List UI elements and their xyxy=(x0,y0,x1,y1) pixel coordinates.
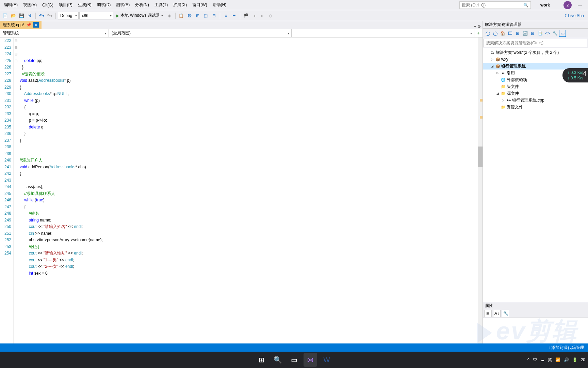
menu-tools[interactable]: 工具(T) xyxy=(152,1,170,9)
add-button[interactable]: + xyxy=(474,29,483,37)
alphabetical-icon[interactable]: A↓ xyxy=(493,310,501,317)
source-control-label[interactable]: ↑ 添加到源代码管理 xyxy=(548,345,584,351)
solution-tree[interactable]: 🗂 解决方案"work"(2 个项目，共 2 个) ▷📦wxy◢📦银行管理系统▷… xyxy=(483,48,588,302)
back-icon[interactable]: ◯ xyxy=(484,30,491,37)
visual-studio-icon[interactable]: ⋈ xyxy=(304,353,317,367)
tab-overflow-icon[interactable]: ▾ xyxy=(474,24,476,29)
nav-scope-combo[interactable]: (全局范围) xyxy=(109,29,292,37)
global-search[interactable]: 🔍 xyxy=(459,1,531,9)
menu-project[interactable]: 项目(P) xyxy=(56,1,75,9)
code-content[interactable]: delete pp; } //链表的销毁void ass2(Addressboo… xyxy=(18,37,483,343)
forward-icon[interactable]: ◯ xyxy=(492,30,499,37)
menu-git[interactable]: Git(G) xyxy=(39,1,56,9)
new-file-icon[interactable]: 📄 xyxy=(1,12,9,19)
tool-icon[interactable]: ⊟ xyxy=(210,12,218,19)
chevron-up-icon[interactable]: ^ xyxy=(527,357,529,362)
nav-project-combo[interactable]: 管理系统 xyxy=(0,29,109,37)
volume-icon[interactable]: 🔊 xyxy=(564,357,569,362)
shield-icon[interactable]: 🛡 xyxy=(533,357,537,362)
node-icon: 📦 xyxy=(495,64,501,68)
tool-icon[interactable]: 🖼 xyxy=(186,12,193,19)
onedrive-icon[interactable]: ☁ xyxy=(540,357,544,362)
save-all-icon[interactable]: 🖫 xyxy=(26,12,33,19)
clock[interactable]: 20 xyxy=(581,357,585,362)
document-tabstrip: 理系统.cpp* 📌 ✕ ▾ ⚙ xyxy=(0,21,483,29)
expand-icon[interactable]: ▷ xyxy=(495,71,500,75)
wrench-icon[interactable]: 🔧 xyxy=(502,310,509,317)
menu-analyze[interactable]: 分析(N) xyxy=(132,1,152,9)
tree-node[interactable]: ▷📦wxy xyxy=(483,56,588,63)
explorer-search[interactable] xyxy=(484,39,587,47)
fold-gutter[interactable]: ⊟⊟⊟⊟ xyxy=(14,37,18,343)
home-icon[interactable]: 🏠 xyxy=(499,30,506,37)
explorer-search-input[interactable] xyxy=(486,41,585,45)
open-file-icon[interactable]: 📂 xyxy=(10,12,17,19)
live-share-button[interactable]: ⤴ Live Sha xyxy=(562,13,587,18)
wifi-icon[interactable]: 📶 xyxy=(555,357,560,362)
menu-debug[interactable]: 调试(D) xyxy=(94,1,114,9)
menu-test[interactable]: 测试(S) xyxy=(113,1,132,9)
global-search-input[interactable] xyxy=(462,3,523,7)
refresh-icon[interactable]: 🔄 xyxy=(522,30,528,37)
word-icon[interactable]: W xyxy=(320,353,333,367)
expand-icon[interactable]: ▷ xyxy=(501,98,505,102)
platform-combo[interactable]: x86 xyxy=(79,12,113,19)
tree-node[interactable]: ▷++银行管理系统.cpp xyxy=(483,97,588,104)
show-all-icon[interactable]: 📑 xyxy=(537,30,543,37)
menu-view[interactable]: 视图(V) xyxy=(20,1,39,9)
switch-view-icon[interactable]: 🗔 xyxy=(507,30,513,37)
menu-edit[interactable]: 编辑(E) xyxy=(1,1,20,9)
close-tab-icon[interactable]: ✕ xyxy=(33,22,39,28)
properties-icon[interactable]: ▭ xyxy=(559,30,566,37)
nav-member-combo[interactable] xyxy=(292,29,474,37)
collapse-icon[interactable]: ⊟ xyxy=(529,30,536,37)
menu-build[interactable]: 生成(B) xyxy=(75,1,94,9)
pin-icon[interactable]: 📌 xyxy=(26,22,31,27)
user-badge[interactable]: 2 xyxy=(564,1,572,9)
separator xyxy=(240,13,240,19)
tree-node[interactable]: 📁资源文件 xyxy=(483,104,588,110)
bookmark-icon[interactable]: 🏴 xyxy=(242,12,250,19)
wrench-icon[interactable]: 🔧 xyxy=(552,30,558,37)
minimize-button[interactable]: — xyxy=(573,3,587,7)
prev-bookmark-icon[interactable]: ◂ xyxy=(250,12,258,19)
tool-icon[interactable]: ⊞ xyxy=(194,12,201,19)
tree-node[interactable]: 📁头文件 xyxy=(483,83,588,90)
taskbar-search-icon[interactable]: 🔍 xyxy=(271,353,284,367)
active-tab[interactable]: 理系统.cpp* 📌 ✕ xyxy=(0,21,42,29)
system-tray[interactable]: ^ 🛡 ☁ 英 📶 🔊 🔋 20 xyxy=(527,357,585,363)
expand-icon[interactable]: ◢ xyxy=(490,64,494,68)
undo-icon[interactable]: ↶▾ xyxy=(38,12,45,19)
outdent-icon[interactable]: ≣ xyxy=(230,12,238,19)
main-area: 理系统.cpp* 📌 ✕ ▾ ⚙ 管理系统 (全局范围) + 222223224… xyxy=(0,21,588,350)
tree-node[interactable]: ◢📁源文件 xyxy=(483,90,588,97)
clear-bookmark-icon[interactable]: ◇ xyxy=(267,12,274,19)
battery-icon[interactable]: 🔋 xyxy=(572,357,577,362)
menu-extensions[interactable]: 扩展(X) xyxy=(170,1,190,9)
task-view-icon[interactable]: ▭ xyxy=(287,353,301,367)
debug-target-icon[interactable]: ◈ xyxy=(166,12,173,19)
categorized-icon[interactable]: ⊞ xyxy=(484,310,492,317)
next-bookmark-icon[interactable]: ▸ xyxy=(259,12,266,19)
code-editor[interactable]: 2222232242252262272282292302312322332342… xyxy=(0,37,483,343)
tool-icon[interactable]: 📋 xyxy=(178,12,185,19)
start-button[interactable]: ⊞ xyxy=(255,353,268,367)
expand-icon[interactable]: ▷ xyxy=(490,58,494,61)
menu-help[interactable]: 帮助(H) xyxy=(210,1,229,9)
solution-root[interactable]: 🗂 解决方案"work"(2 个项目，共 2 个) xyxy=(483,49,588,56)
ime-icon[interactable]: 英 xyxy=(548,357,552,363)
filter-icon[interactable]: ⊞ xyxy=(514,30,521,37)
scrollbar-track[interactable] xyxy=(478,37,483,343)
save-icon[interactable]: 💾 xyxy=(18,12,25,19)
node-label: 外部依赖项 xyxy=(507,77,527,83)
tool-icon[interactable]: ⬚ xyxy=(202,12,210,19)
redo-icon[interactable]: ↷▾ xyxy=(46,12,53,19)
run-button[interactable]: ▶ 本地 Windows 调试器 ▾ xyxy=(114,12,165,19)
code-icon[interactable]: <> xyxy=(544,30,551,37)
config-combo[interactable]: Debug xyxy=(58,12,79,19)
expand-icon[interactable]: ◢ xyxy=(495,92,500,95)
indent-icon[interactable]: ≡ xyxy=(222,12,230,19)
menu-window[interactable]: 窗口(W) xyxy=(190,1,210,9)
tab-settings-icon[interactable]: ⚙ xyxy=(477,24,481,29)
scrollbar-thumb[interactable] xyxy=(478,147,483,167)
